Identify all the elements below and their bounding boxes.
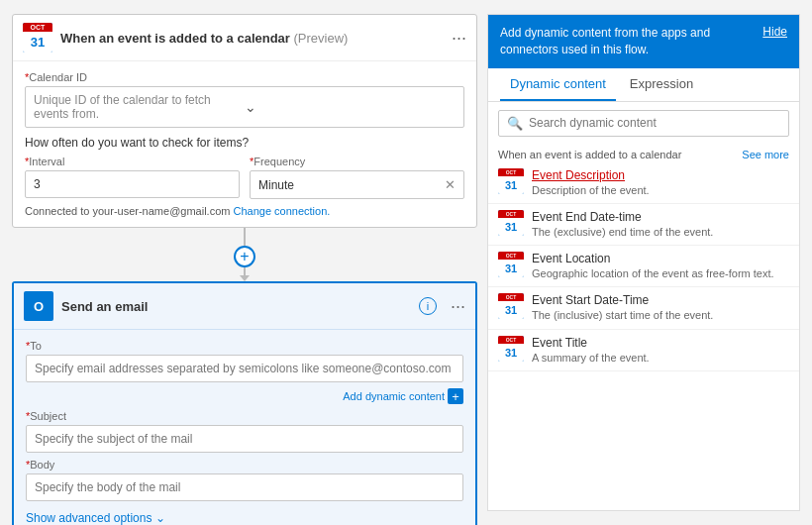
left-panel: OCT 31 When an event is added to a calen… [12, 14, 477, 511]
list-item[interactable]: OCT 31 Event Description Description of … [488, 162, 799, 204]
list-item[interactable]: OCT 31 Event End Date-time The (exclusiv… [488, 204, 799, 246]
rp-hide-button[interactable]: Hide [762, 25, 787, 39]
trigger-card-header: OCT 31 When an event is added to a calen… [13, 15, 476, 61]
trigger-card-title: When an event is added to a calendar (Pr… [60, 31, 444, 46]
search-input[interactable] [529, 116, 780, 130]
item-calendar-icon: OCT 31 [498, 336, 524, 362]
calendar-icon: OCT 31 [23, 23, 52, 52]
item-desc: Description of the event. [532, 183, 789, 197]
rp-search-box[interactable]: 🔍 [498, 110, 789, 137]
rp-items-list: OCT 31 Event Description Description of … [488, 162, 799, 510]
item-desc: The (exclusive) end time of the event. [532, 225, 789, 239]
outlook-icon: O [24, 291, 53, 321]
body-label: *Body [26, 459, 463, 471]
subject-input[interactable] [26, 425, 463, 453]
cal-month: OCT [23, 23, 52, 32]
item-calendar-icon: OCT 31 [498, 252, 524, 277]
item-name: Event Description [532, 168, 789, 182]
item-desc: Geographic location of the event as free… [532, 266, 789, 280]
item-calendar-icon: OCT 31 [498, 168, 524, 194]
item-desc: A summary of the event. [532, 351, 789, 365]
body-input[interactable] [26, 473, 463, 501]
rp-header: Add dynamic content from the apps and co… [488, 15, 799, 68]
item-calendar-icon: OCT 31 [498, 210, 524, 236]
interval-group: *Interval [25, 156, 240, 199]
item-name: Event End Date-time [532, 210, 789, 224]
action-card-title: Send an email [61, 299, 411, 314]
action-card-header: O Send an email i ··· [14, 283, 475, 330]
trigger-connection-row: Connected to your-user-name@gmail.com Ch… [25, 205, 464, 217]
rp-see-more-button[interactable]: See more [742, 149, 789, 160]
action-card-body: *To Add dynamic content + *Subject *Body [14, 330, 475, 525]
connector: + [12, 228, 477, 281]
add-dynamic-row: Add dynamic content + [26, 388, 463, 404]
check-frequency-label: How often do you want to check for items… [25, 136, 464, 150]
frequency-group: *Frequency Minute ✕ [250, 156, 464, 199]
interval-input[interactable] [25, 170, 240, 198]
calendar-id-label: *Calendar ID [25, 71, 464, 83]
item-name: Event Title [532, 336, 789, 350]
item-desc: The (inclusive) start time of the event. [532, 308, 789, 322]
chevron-down-icon: ⌄ [155, 511, 165, 525]
chevron-down-icon: ⌄ [245, 99, 456, 115]
clear-frequency-button[interactable]: ✕ [445, 177, 456, 192]
item-calendar-icon: OCT 31 [498, 293, 524, 319]
rp-section-header: When an event is added to a calendar See… [488, 145, 799, 162]
trigger-card-body: *Calendar ID Unique ID of the calendar t… [13, 61, 476, 227]
connector-line-top [244, 228, 246, 246]
item-name: Event Start Date-Time [532, 293, 789, 307]
action-card: O Send an email i ··· *To Add dynamic co… [12, 281, 477, 525]
rp-tabs: Dynamic content Expression [488, 68, 799, 102]
item-name: Event Location [532, 252, 789, 265]
add-dynamic-button[interactable]: Add dynamic content + [343, 388, 463, 404]
trigger-card: OCT 31 When an event is added to a calen… [12, 14, 477, 228]
interval-row: *Interval *Frequency Minute ✕ [25, 156, 464, 199]
search-icon: 🔍 [507, 116, 523, 131]
calendar-id-select[interactable]: Unique ID of the calendar to fetch event… [25, 86, 464, 128]
tab-expression[interactable]: Expression [620, 68, 703, 101]
interval-label: *Interval [25, 156, 240, 167]
frequency-select[interactable]: Minute ✕ [250, 170, 464, 199]
cal-day: 31 [23, 32, 52, 52]
list-item[interactable]: OCT 31 Event Location Geographic locatio… [488, 246, 799, 287]
subject-label: *Subject [26, 410, 463, 422]
plus-icon: + [448, 388, 463, 404]
right-panel: Add dynamic content from the apps and co… [487, 14, 800, 511]
add-step-button[interactable]: + [234, 246, 255, 267]
connector-line-mid [244, 267, 246, 275]
trigger-card-menu[interactable]: ··· [452, 28, 466, 49]
trigger-change-connection[interactable]: Change connection. [233, 205, 330, 217]
frequency-label: *Frequency [250, 156, 464, 167]
to-label: *To [26, 340, 463, 352]
action-card-menu[interactable]: ··· [451, 296, 465, 317]
frequency-value: Minute [258, 178, 445, 192]
show-advanced-button[interactable]: Show advanced options ⌄ [26, 511, 463, 525]
main-container: OCT 31 When an event is added to a calen… [0, 0, 812, 525]
rp-header-text: Add dynamic content from the apps and co… [500, 25, 753, 58]
rp-section-title: When an event is added to a calendar [498, 149, 681, 160]
tab-dynamic-content[interactable]: Dynamic content [500, 68, 616, 101]
list-item[interactable]: OCT 31 Event Start Date-Time The (inclus… [488, 287, 799, 329]
connector-arrow [240, 275, 250, 281]
to-input[interactable] [26, 355, 463, 382]
list-item[interactable]: OCT 31 Event Title A summary of the even… [488, 330, 799, 371]
info-icon[interactable]: i [419, 297, 437, 315]
